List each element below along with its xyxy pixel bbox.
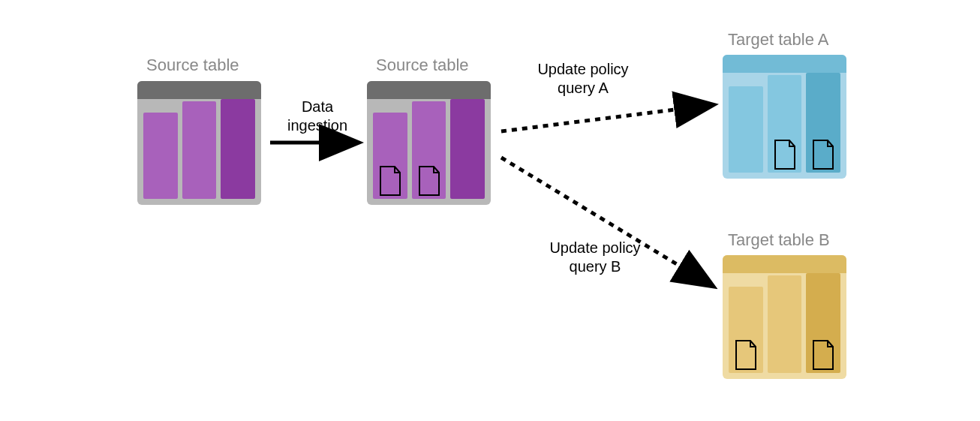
source-table-2 [367, 81, 491, 205]
document-icon [417, 166, 441, 196]
table-column [182, 101, 217, 199]
policy-a-arrow [501, 105, 711, 131]
document-icon [378, 166, 402, 196]
data-ingestion-label: Data ingestion [276, 98, 359, 135]
table-header-band [723, 55, 846, 73]
table-column [729, 287, 763, 373]
label-line: query A [558, 80, 609, 96]
target-table-a [723, 55, 846, 179]
table-column [412, 101, 446, 199]
table-column [373, 113, 407, 199]
label-line: ingestion [287, 117, 347, 134]
label-line: Update policy [537, 61, 628, 77]
table-column [806, 73, 840, 173]
label-line: query B [570, 258, 621, 275]
table-header-band [367, 81, 491, 99]
table-column [729, 86, 763, 173]
target-table-b [723, 255, 846, 379]
source-table-2-label: Source table [376, 56, 469, 75]
table-column [806, 273, 840, 373]
target-table-a-label: Target table A [728, 30, 829, 50]
document-icon [773, 140, 797, 170]
table-header-band [723, 255, 846, 273]
table-header-band [137, 81, 261, 99]
document-icon [811, 140, 835, 170]
label-line: Update policy [549, 239, 640, 256]
document-icon [811, 340, 835, 370]
source-table-1-label: Source table [146, 56, 239, 75]
table-column [450, 99, 485, 199]
table-column [768, 275, 802, 373]
update-policy-a-label: Update policy query A [527, 60, 639, 98]
table-column [143, 113, 178, 199]
label-line: Data [302, 98, 333, 115]
update-policy-b-label: Update policy query B [539, 239, 651, 276]
document-icon [734, 340, 758, 370]
source-table-1 [137, 81, 261, 205]
target-table-b-label: Target table B [728, 230, 830, 250]
table-column [221, 99, 255, 199]
table-column [768, 75, 802, 173]
